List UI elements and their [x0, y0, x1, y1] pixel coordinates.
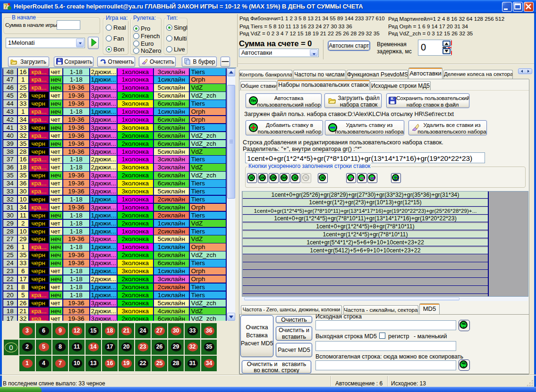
svg-text:7: 7 — [4, 3, 8, 10]
